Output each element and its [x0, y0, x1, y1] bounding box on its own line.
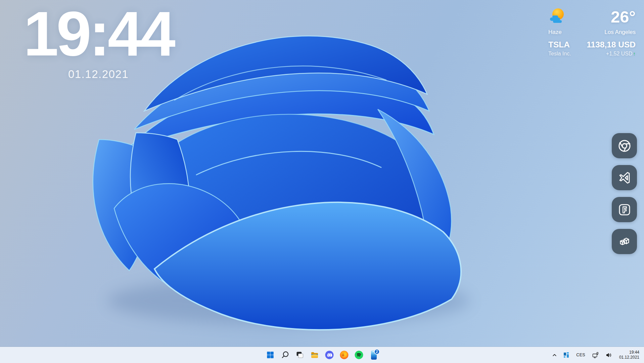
tray-app-tiles-icon	[564, 352, 569, 358]
dock-chrome-button[interactable]	[612, 133, 637, 158]
dock-minecraft-button[interactable]	[612, 229, 637, 254]
discord-button[interactable]	[323, 348, 336, 362]
desktop: { "wallpaper": { "name": "windows-11-blo…	[0, 0, 644, 363]
windows-start-icon	[266, 351, 275, 359]
task-view-button[interactable]	[293, 348, 307, 362]
task-view-icon	[295, 351, 304, 359]
search-button[interactable]	[278, 348, 292, 362]
spotify-icon	[355, 351, 363, 359]
system-tray: CES 19:44 01.12.2021	[551, 347, 641, 363]
weather-stock-widget[interactable]: 26° Haze Los Angeles TSLA 1138,18 USD Te…	[548, 7, 636, 57]
clock-widget[interactable]: 19:44 01.12.2021	[9, 2, 187, 81]
discord-icon	[325, 351, 334, 359]
stock-company: Tesla Inc.	[548, 51, 571, 57]
phone-link-button[interactable]: 2	[367, 348, 380, 362]
weather-city: Los Angeles	[604, 29, 636, 36]
weather-temperature: 26°	[611, 9, 636, 25]
speaker-icon	[606, 352, 612, 358]
fortnite-f-icon	[617, 203, 632, 217]
clock-date: 01.12.2021	[9, 68, 187, 81]
hidden-icons-chevron-button[interactable]	[551, 352, 558, 359]
minecraft-blocks-icon	[617, 235, 632, 249]
weather-condition: Haze	[548, 29, 562, 36]
taskbar-center-icons: 2	[264, 348, 380, 362]
tray-app-button[interactable]	[562, 351, 570, 359]
visual-studio-icon	[617, 171, 632, 185]
search-icon	[281, 351, 289, 359]
firefox-button[interactable]	[337, 348, 351, 362]
chevron-up-icon	[552, 353, 557, 357]
input-language-indicator[interactable]: CES	[575, 351, 587, 359]
network-ethernet-icon	[592, 352, 599, 358]
stock-ticker: TSLA	[548, 40, 570, 49]
start-button[interactable]	[264, 348, 277, 362]
tray-time: 19:44	[619, 350, 639, 355]
chrome-icon	[617, 139, 632, 153]
dock-fortnite-button[interactable]	[612, 197, 637, 222]
clock-time: 19:44	[9, 2, 187, 65]
network-button[interactable]	[591, 351, 600, 360]
stock-change: +1,52 USD ↑	[606, 51, 636, 57]
volume-button[interactable]	[604, 351, 613, 360]
dock-visual-studio-button[interactable]	[612, 165, 637, 190]
stock-price: 1138,18 USD	[587, 40, 636, 49]
stock-up-arrow-icon: ↑	[633, 51, 636, 56]
tray-clock[interactable]: 19:44 01.12.2021	[618, 349, 641, 361]
spotify-button[interactable]	[352, 348, 366, 362]
file-explorer-button[interactable]	[308, 348, 321, 362]
tray-date: 01.12.2021	[619, 355, 639, 360]
weather-haze-icon	[548, 7, 566, 26]
taskbar: 2 CES	[0, 347, 644, 363]
file-explorer-icon	[310, 351, 319, 359]
firefox-icon	[340, 351, 349, 359]
app-dock	[612, 133, 637, 254]
notification-badge: 2	[374, 349, 380, 355]
